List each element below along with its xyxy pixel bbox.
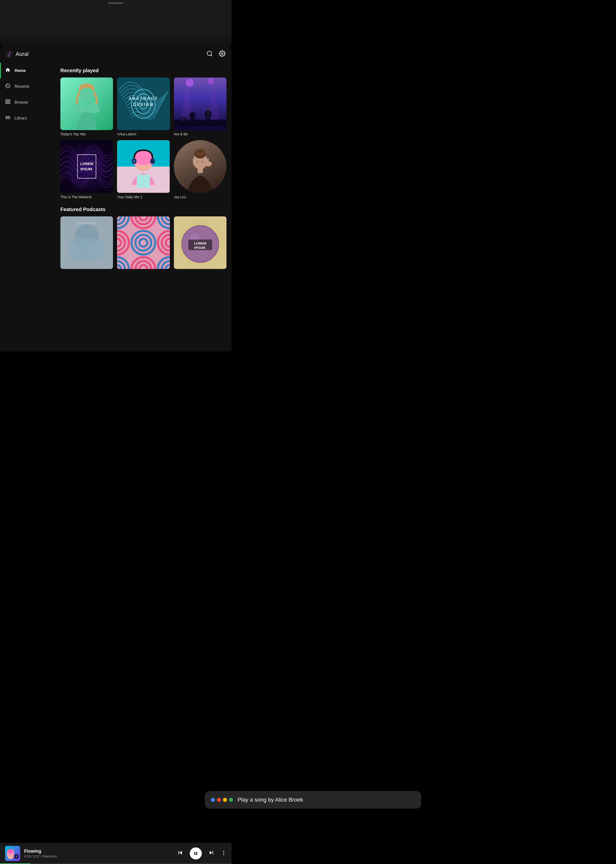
podcast-card-circles[interactable] xyxy=(117,216,170,271)
album-card-your-daily-mix-2[interactable]: H Your Daily Mix 2 xyxy=(117,140,170,199)
header: Aural xyxy=(0,45,231,63)
svg-rect-6 xyxy=(8,100,10,101)
recently-played-title: Recently played xyxy=(60,68,226,74)
album-card-todays-top-hits[interactable]: Today's Top Hits xyxy=(60,77,113,136)
svg-line-2 xyxy=(211,55,212,56)
album-label-your-daily-mix-2: Your Daily Mix 2 xyxy=(117,195,170,199)
svg-text:LOREM: LOREM xyxy=(178,184,184,187)
recents-icon xyxy=(5,83,11,90)
album-card-jay-los[interactable]: LOREM IPSUM. Jay Los xyxy=(174,140,226,199)
top-overlay xyxy=(0,0,231,45)
main-layout: Home Recents xyxy=(0,63,231,352)
search-icon xyxy=(206,50,213,57)
svg-rect-34 xyxy=(179,117,187,121)
svg-text:IPSUM.: IPSUM. xyxy=(178,187,184,190)
svg-rect-35 xyxy=(174,126,226,130)
library-icon xyxy=(5,115,11,121)
svg-line-59 xyxy=(205,160,206,162)
svg-text:IPSUM.: IPSUM. xyxy=(80,167,93,171)
svg-text:LOREM: LOREM xyxy=(80,162,93,166)
podcast-thumb-lorem: LOREM IPSUM. xyxy=(174,216,226,269)
sidebar-recents-label: Recents xyxy=(14,84,30,89)
album-thumb-todays-top-hits xyxy=(60,77,113,130)
podcast-card-creative[interactable]: CREATIVE xyxy=(60,216,113,271)
album-card-viva-latino[interactable]: ABSTRACT DESIGN !Viva Latino! xyxy=(117,77,170,136)
podcast-thumb-creative: CREATIVE xyxy=(60,216,113,269)
svg-point-56 xyxy=(197,161,198,163)
podcast-thumb-circles xyxy=(117,216,170,269)
logo-icon xyxy=(5,50,13,58)
svg-point-66 xyxy=(82,237,105,261)
content-spacer xyxy=(60,271,226,346)
svg-rect-31 xyxy=(206,118,210,123)
album-thumb-this-is-the-weeknd: LOREM IPSUM. xyxy=(60,140,113,193)
album-thumb-are-be xyxy=(174,77,226,130)
svg-text:ABSTRACT: ABSTRACT xyxy=(129,96,158,101)
album-label-jay-los: Jay Los xyxy=(174,195,226,199)
album-card-this-is-the-weeknd[interactable]: LOREM IPSUM. This is The Weeknd xyxy=(60,140,113,199)
content-area: Recently played xyxy=(58,63,231,352)
home-icon xyxy=(5,67,11,74)
sidebar-item-browse[interactable]: Browse xyxy=(0,94,58,110)
sidebar-item-library[interactable]: Library xyxy=(0,110,58,126)
svg-text:IPSUM.: IPSUM. xyxy=(194,245,206,249)
album-thumb-viva-latino: ABSTRACT DESIGN xyxy=(117,77,170,130)
svg-rect-48 xyxy=(150,159,155,164)
album-label-are-be: Are & Be xyxy=(174,132,226,136)
album-label-viva-latino: !Viva Latino! xyxy=(117,132,170,136)
sidebar-library-label: Library xyxy=(14,116,27,121)
sidebar: Home Recents xyxy=(0,63,58,352)
svg-point-3 xyxy=(222,53,223,55)
album-thumb-jay-los: LOREM IPSUM. xyxy=(174,140,226,193)
album-label-todays-top-hits: Today's Top Hits xyxy=(60,132,113,136)
browse-icon xyxy=(5,99,11,106)
drag-handle[interactable] xyxy=(108,3,123,4)
svg-rect-5 xyxy=(6,100,7,101)
svg-point-28 xyxy=(189,112,195,119)
app-container: Aural xyxy=(0,45,231,352)
svg-point-24 xyxy=(207,78,214,85)
sidebar-item-recents[interactable]: Recents xyxy=(0,79,58,94)
featured-podcasts-grid: CREATIVE xyxy=(60,216,226,271)
album-card-are-be[interactable]: Are & Be xyxy=(174,77,226,136)
svg-text:DESIGN: DESIGN xyxy=(133,102,154,107)
svg-rect-29 xyxy=(190,118,195,124)
settings-icon xyxy=(219,50,225,57)
sidebar-home-label: Home xyxy=(14,68,26,73)
sidebar-browse-label: Browse xyxy=(14,100,28,105)
svg-point-55 xyxy=(198,149,202,154)
svg-rect-49 xyxy=(137,174,150,187)
svg-point-57 xyxy=(202,161,204,163)
album-thumb-your-daily-mix-2: H xyxy=(117,140,170,193)
svg-point-33 xyxy=(207,107,209,110)
podcast-card-lorem[interactable]: LOREM IPSUM. xyxy=(174,216,226,271)
album-label-this-is-the-weeknd: This is The Weeknd xyxy=(60,195,113,199)
header-actions xyxy=(205,49,226,59)
featured-podcasts-title: Featured Podcasts xyxy=(60,207,226,212)
svg-rect-8 xyxy=(8,102,10,104)
search-button[interactable] xyxy=(205,49,214,59)
logo: Aural xyxy=(5,50,205,58)
svg-text:LOREM: LOREM xyxy=(194,242,206,245)
svg-text:CREATIVE: CREATIVE xyxy=(76,221,97,225)
app-title: Aural xyxy=(16,51,28,57)
settings-button[interactable] xyxy=(218,49,226,59)
recently-played-grid: Today's Top Hits xyxy=(60,77,226,199)
sidebar-item-home[interactable]: Home xyxy=(0,63,58,79)
svg-text:H: H xyxy=(134,160,135,163)
svg-rect-7 xyxy=(6,102,7,104)
